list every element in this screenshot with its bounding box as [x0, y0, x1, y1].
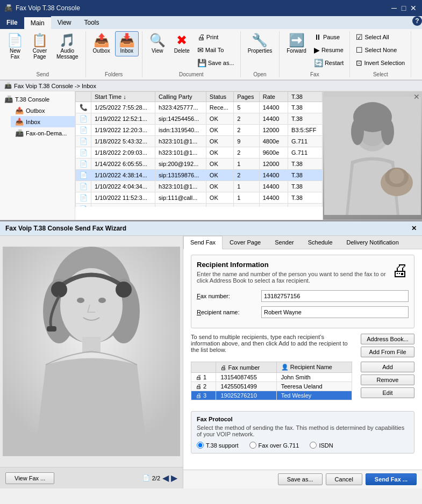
inbox-table: Start Time ↓ Calling Party Status Pages … [75, 91, 323, 207]
select-none-button[interactable]: ☐ Select None [353, 44, 407, 56]
radio-t38-input[interactable] [197, 442, 204, 449]
inbox-button[interactable]: 📥 Inbox [115, 31, 139, 56]
table-row[interactable]: 📄 1/10/2022 4:04:34... h323:101@1... OK … [76, 181, 323, 192]
tab-tools[interactable]: Tools [77, 16, 105, 29]
table-row[interactable]: 📄 1/18/2022 5:43:32... h323:101@1... OK … [76, 136, 323, 147]
svg-point-15 [77, 298, 84, 303]
radio-isdn[interactable]: ISDN [310, 442, 333, 449]
properties-icon: 🔧 [252, 34, 268, 47]
add-button[interactable]: Add [361, 362, 414, 372]
table-container[interactable]: Start Time ↓ Calling Party Status Pages … [75, 91, 323, 207]
remove-button[interactable]: Remove [361, 375, 414, 385]
print-button[interactable]: 🖨 Print [195, 31, 237, 43]
invert-selection-button[interactable]: ⊡ Invert Selection [353, 57, 407, 69]
edit-button[interactable]: Edit [361, 387, 414, 398]
radio-t38-label: T.38 support [206, 442, 239, 449]
row-rate: 14400 [259, 170, 288, 181]
address-book-button[interactable]: Address Book... [361, 334, 414, 344]
wizard-tab-cover-page[interactable]: Cover Page [223, 236, 268, 249]
tab-view[interactable]: View [51, 16, 78, 29]
recipient-name-input[interactable] [261, 306, 409, 318]
sidebar-inbox-label: Inbox [26, 119, 40, 125]
wizard-close-button[interactable]: ✕ [411, 225, 417, 232]
maximize-button[interactable]: □ [399, 4, 408, 12]
view-button[interactable]: 🔍 View [146, 31, 169, 56]
row-calling-party: isdn:1319540... [155, 125, 206, 136]
sidebar-item-inbox[interactable]: 📥 Inbox [11, 116, 75, 127]
col-status[interactable]: Status [206, 92, 233, 102]
minimize-button[interactable]: ─ [390, 4, 398, 12]
send-fax-wizard-button[interactable]: Send Fax ... [366, 473, 417, 485]
outbox-label: Outbox [93, 48, 110, 54]
recipient-row[interactable]: 🖨 3 19025276210 Ted Wesley [191, 391, 352, 400]
printer-icon: 🖨 [391, 261, 409, 280]
sidebar-item-fax-on-demand[interactable]: 📠 Fax-on-Dema... [11, 127, 75, 139]
recipient-row[interactable]: 🖨 2 14255051499 Teeresa Ueland [191, 382, 352, 391]
table-row[interactable]: 📄 1/18/2022 2:09:03... h323:101@1... OK … [76, 147, 323, 159]
view-label: View [152, 48, 163, 54]
outbox-button[interactable]: 📤 Outbox [89, 31, 114, 56]
cancel-button[interactable]: Cancel [326, 473, 362, 485]
save-as-wizard-button[interactable]: Save as... [278, 473, 323, 485]
fax-on-demand-label: Fax-on-Dema... [26, 130, 67, 136]
help-button[interactable]: ? [412, 16, 422, 26]
fax-number-input[interactable] [261, 290, 409, 302]
prev-page-button[interactable]: ◀ [162, 473, 169, 483]
row-status: Disc... [206, 204, 233, 207]
delete-button[interactable]: ✖ Delete [170, 31, 194, 56]
next-page-button[interactable]: ▶ [171, 473, 177, 483]
radio-g711-input[interactable] [249, 442, 256, 449]
fax-number-label: Fax number: [197, 293, 261, 299]
fax-preview-close[interactable]: ✕ [413, 92, 420, 101]
close-button[interactable]: ✕ [409, 4, 418, 12]
radio-isdn-input[interactable] [310, 442, 317, 449]
col-calling-party[interactable]: Calling Party [155, 92, 206, 102]
add-from-file-button[interactable]: Add From File [361, 347, 414, 357]
send-group-label: Send [37, 70, 49, 77]
row-start-time: 1/14/2022 6:05:55... [91, 159, 155, 170]
table-row[interactable]: 📄 1/19/2022 12:52:1... sip:14254456... O… [76, 113, 323, 125]
breadcrumb-text: Fax Voip T.38 Console -> Inbox [14, 83, 96, 89]
table-row[interactable]: 📄 1/9/2022 8:15:17 ... sip:14255336... D… [76, 204, 323, 207]
select-all-button[interactable]: ☑ Select All [353, 31, 407, 43]
forward-button[interactable]: ➡️ Forward [283, 31, 310, 56]
sidebar-item-t38console[interactable]: 📠 T.38 Console [0, 93, 75, 105]
restart-button[interactable]: 🔄 Restart [311, 57, 346, 69]
ribbon-content: 📄 NewFax 📋 CoverPage 🎵 AudioMessage Send… [0, 29, 422, 80]
col-pages[interactable]: Pages [234, 92, 259, 102]
table-row[interactable]: 📄 1/14/2022 6:05:55... sip:200@192... OK… [76, 159, 323, 170]
col-start-time[interactable]: Start Time ↓ [91, 92, 155, 102]
fax-protocol-title: Fax Protocol [197, 416, 409, 422]
col-icon[interactable] [76, 92, 91, 102]
mail-to-button[interactable]: ✉ Mail To [195, 44, 237, 56]
sidebar-item-outbox[interactable]: 📤 Outbox [11, 105, 75, 116]
fax-protocol-box: Fax Protocol Select the method of sendin… [191, 411, 414, 453]
save-as-button[interactable]: 💾 Save as... [195, 57, 237, 69]
view-fax-button[interactable]: View Fax ... [5, 472, 54, 484]
pause-button[interactable]: ⏸ Pause [311, 31, 346, 43]
view-fax-label: View Fax ... [15, 475, 45, 481]
new-fax-button[interactable]: 📄 NewFax [3, 31, 27, 62]
properties-button[interactable]: 🔧 Properties [244, 31, 276, 56]
table-row[interactable]: 📄 1/19/2022 12:20:3... isdn:1319540... O… [76, 125, 323, 136]
wizard-tab-delivery-notification[interactable]: Delivery Notification [340, 236, 406, 249]
recipient-row[interactable]: 🖨 1 13154087455 John Smith [191, 373, 352, 382]
wizard-tab-sender[interactable]: Sender [268, 236, 301, 249]
row-status: OK [206, 125, 233, 136]
table-row[interactable]: 📄 1/10/2022 4:38:14... sip:13159876... O… [76, 170, 323, 181]
table-row[interactable]: 📄 1/10/2022 11:52:3... sip:111@call... O… [76, 192, 323, 204]
tab-main[interactable]: Main [24, 16, 51, 29]
resume-button[interactable]: ▶ Resume [311, 44, 346, 56]
audio-message-button[interactable]: 🎵 AudioMessage [53, 31, 82, 62]
col-t38[interactable]: T.38 [288, 92, 323, 102]
cover-page-button[interactable]: 📋 CoverPage [28, 31, 52, 62]
tab-file[interactable]: File [0, 16, 24, 29]
radio-g711[interactable]: Fax over G.711 [249, 442, 299, 449]
wizard-tab-schedule[interactable]: Schedule [301, 236, 340, 249]
row-rate: 14400 [259, 192, 288, 204]
table-row[interactable]: 📞 1/25/2022 7:55:28... h323:425777... Re… [76, 102, 323, 113]
radio-t38[interactable]: T.38 support [197, 442, 239, 449]
wizard-tab-send-fax[interactable]: Send Fax [183, 236, 223, 249]
row-status: Rece... [206, 102, 233, 113]
col-rate[interactable]: Rate [259, 92, 288, 102]
